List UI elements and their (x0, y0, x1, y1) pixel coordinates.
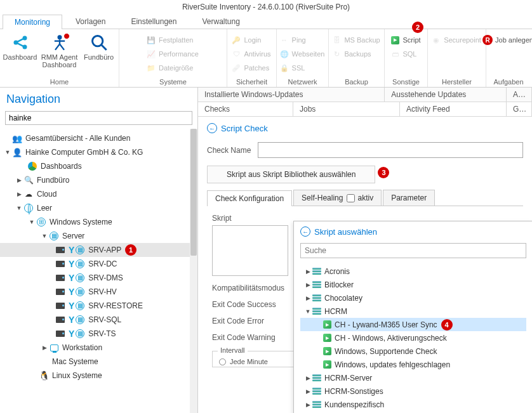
tree-workstation[interactable]: ▶Workstation (0, 341, 197, 355)
ribbon: Dashboard RMM Agent Dashboard Fundbüro H… (0, 29, 532, 88)
check-name-input[interactable] (258, 142, 523, 158)
securepoint-icon: ◉ (431, 35, 441, 45)
tab-activity-feed[interactable]: Activity Feed (400, 102, 507, 116)
festplatten-button[interactable]: 💾Festplatten (146, 33, 199, 47)
tree-company[interactable]: ▼👤Hainke Computer GmbH & Co. KG (0, 145, 197, 159)
group-backup-label: Backup (329, 78, 384, 86)
tree-cloud[interactable]: ▶☁Cloud (0, 187, 197, 201)
interval-every-minute[interactable]: Jede Minute (219, 358, 294, 365)
picker-title: ← Skript auswählen (300, 226, 526, 237)
backups-icon: ↻ (331, 49, 342, 59)
search-icon (90, 33, 109, 52)
tree-windows-systeme[interactable]: ▼⊞Windows Systeme (0, 215, 197, 229)
network-icon: ▦ (74, 258, 86, 270)
tab-vorlagen[interactable]: Vorlagen (63, 14, 117, 29)
script-button[interactable]: Script (390, 33, 420, 47)
dateigrosse-button[interactable]: 📁Dateigröße (146, 61, 199, 75)
tree-scrollbar[interactable] (190, 129, 197, 413)
select-from-library-button[interactable]: Skript aus Skript Bibliothek auswählen (207, 166, 375, 183)
tree-srv-dc[interactable]: Y▦SRV-DC (0, 257, 197, 271)
picker-tree: ▶Acronis ▶Bitlocker ▶Chocolatey ▼HCRM CH… (300, 265, 526, 411)
callout-badge-4: 4 (441, 319, 453, 331)
tab-jobs[interactable]: Jobs (293, 102, 400, 116)
tree-srv-app[interactable]: Y▦SRV-APP1 (0, 243, 197, 257)
tab-self-healing[interactable]: Self-Healingaktiv (293, 190, 382, 206)
picker-item-supportende[interactable]: Windows, Supportende Check (300, 344, 526, 358)
tab-antivirus[interactable]: Antivirus (507, 88, 532, 102)
dashboard-button[interactable]: Dashboard (1, 32, 39, 69)
fundburo-button[interactable]: Fundbüro (80, 32, 118, 69)
group-hersteller-label: Hersteller (428, 78, 486, 86)
lock-icon: 🔒 (279, 63, 289, 73)
job-icon: R (482, 35, 493, 45)
script-icon (322, 360, 332, 370)
back-script-check[interactable]: ← Script Check (207, 123, 523, 133)
back-arrow-icon: ← (207, 123, 217, 133)
tab-checks[interactable]: Checks (198, 102, 293, 116)
check-area: ← Script Check Check Name Skript aus Skr… (198, 117, 532, 413)
fork-icon: Y (69, 273, 74, 283)
network-icon: ▦ (74, 244, 86, 256)
tree-srv-dms[interactable]: Y▦SRV-DMS (0, 271, 197, 285)
login-button[interactable]: 🔑Login (231, 33, 270, 47)
performance-button[interactable]: 📈Performance (146, 47, 199, 61)
picker-hcrm[interactable]: ▼HCRM (300, 305, 526, 318)
tree-fundburo[interactable]: ▶🔍Fundbüro (0, 173, 197, 187)
tree-srv-sql[interactable]: Y▦SRV-SQL (0, 313, 197, 327)
tab-einstellungen[interactable]: Einstellungen (119, 14, 189, 29)
tab-pending-updates[interactable]: Ausstehende Updates (385, 88, 507, 102)
group-systeme-label: Systeme (119, 78, 227, 86)
picker-item-updates-fail[interactable]: Windows, updates fehlgeschlagen (300, 358, 526, 371)
tree-srv-ts[interactable]: Y▦SRV-TS (0, 327, 197, 341)
callout-badge-2: 2 (412, 22, 423, 33)
tab-verwaltung[interactable]: Verwaltung (190, 14, 251, 29)
tab-installed-updates[interactable]: Installierte Windows-Updates (198, 88, 385, 102)
sql-button[interactable]: 🗃SQL (390, 47, 420, 61)
picker-bitlocker[interactable]: ▶Bitlocker (300, 278, 526, 291)
webseiten-button[interactable]: 🌐Webseiten (279, 47, 325, 61)
tree-srv-restore[interactable]: Y▦SRV-RESTORE (0, 299, 197, 313)
stack-icon (312, 306, 322, 317)
tree-dashboards[interactable]: Dashboards (0, 159, 197, 173)
nav-search-input[interactable] (5, 111, 192, 125)
antivirus-button[interactable]: 🛡Antivirus (231, 47, 270, 61)
ssl-button[interactable]: 🔒SSL (279, 61, 325, 75)
securepoint-button[interactable]: ◉Securepoint (431, 33, 481, 47)
self-healing-checkbox[interactable] (347, 194, 355, 202)
patches-button[interactable]: 🩹Patches (231, 61, 270, 75)
tab-monitoring[interactable]: Monitoring (3, 15, 62, 29)
tree-leer[interactable]: ▼Leer (0, 201, 197, 215)
tree-server[interactable]: ▼▦Server (0, 229, 197, 243)
svg-line-8 (60, 44, 64, 49)
ping-button[interactable]: ↔Ping (279, 33, 325, 47)
tab-parameter[interactable]: Parameter (383, 190, 435, 206)
tree-mac[interactable]: Mac Systeme (0, 355, 197, 369)
script-textbox[interactable] (212, 225, 288, 276)
picker-chocolatey[interactable]: ▶Chocolatey (300, 291, 526, 305)
tab-devices[interactable]: Geräte (507, 102, 532, 116)
check-name-row: Check Name (207, 142, 523, 158)
content-tabs-row1: Installierte Windows-Updates Ausstehende… (198, 88, 532, 102)
stack-icon (312, 400, 322, 410)
picker-back-icon[interactable]: ← (300, 226, 310, 237)
rmm-agent-button[interactable]: RMM Agent Dashboard (41, 32, 79, 69)
picker-acronis[interactable]: ▶Acronis (300, 265, 526, 278)
tab-check-config[interactable]: Check Konfiguration (207, 190, 292, 206)
fork-icon: Y (69, 315, 74, 325)
stack-icon (312, 293, 322, 303)
tree-linux[interactable]: 🐧Linux Systeme (0, 369, 197, 383)
tree-srv-hv[interactable]: Y▦SRV-HV (0, 285, 197, 299)
fork-icon: Y (69, 245, 74, 255)
network-icon: ▦ (74, 286, 86, 298)
script-picker: ← Skript auswählen ▶Acronis ▶Bitlocker ▶… (293, 221, 532, 413)
backups-button[interactable]: ↻Backups (331, 47, 380, 61)
picker-item-lywand[interactable]: CH - Lywand-M365 User Sync4 (300, 318, 526, 331)
msbackup-button[interactable]: 🗄MS Backup (331, 33, 380, 47)
picker-hcrm-sonstiges[interactable]: ▶HCRM-Sonstiges (300, 384, 526, 398)
picker-hcrm-server[interactable]: ▶HCRM-Server (300, 371, 526, 384)
tree-all-customers[interactable]: 👥Gesamtübersicht - Alle Kunden (0, 131, 197, 145)
job-anlegen-button[interactable]: RJob anlegen (482, 33, 532, 47)
picker-kundenspezifisch[interactable]: ▶Kundenspezifisch (300, 398, 526, 411)
picker-item-aktivierung[interactable]: CH - Windows, Aktiverungscheck (300, 331, 526, 344)
picker-search-input[interactable] (300, 243, 526, 258)
